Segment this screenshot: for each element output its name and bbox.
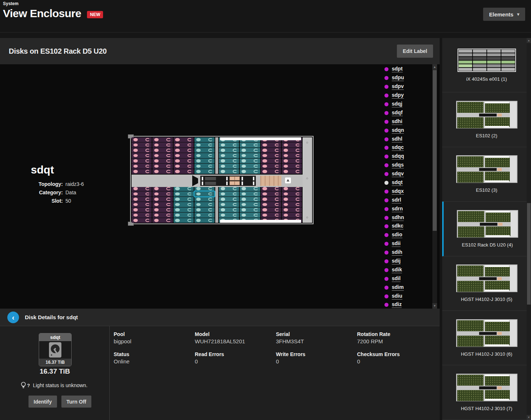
disk-name-link[interactable]: sdik bbox=[392, 267, 402, 273]
disk-slot[interactable] bbox=[174, 148, 194, 153]
selected-disk-slot[interactable] bbox=[194, 191, 215, 196]
disk-slot[interactable] bbox=[132, 153, 152, 158]
disk-slot[interactable] bbox=[240, 197, 260, 202]
disk-slot[interactable] bbox=[240, 202, 260, 207]
disk-slot[interactable] bbox=[194, 197, 215, 202]
disk-name-link[interactable]: sdiz bbox=[392, 302, 402, 308]
disk-slot[interactable] bbox=[174, 197, 194, 202]
sidebar-item-6[interactable]: HGST H4102-J 3010 (6) bbox=[442, 311, 531, 365]
disk-slot[interactable] bbox=[174, 191, 194, 196]
disk-list-item[interactable]: sdhn bbox=[384, 213, 428, 222]
disk-slot[interactable] bbox=[261, 153, 281, 158]
disk-slot[interactable] bbox=[132, 202, 152, 207]
disk-slot[interactable] bbox=[152, 218, 172, 223]
disk-slot[interactable] bbox=[219, 186, 239, 191]
disk-list-item[interactable]: sdij bbox=[384, 257, 428, 266]
disk-name-link[interactable]: sdpv bbox=[392, 84, 404, 90]
disk-name-link[interactable]: sdqc bbox=[392, 145, 404, 151]
viewport-scrollbar[interactable]: ▲ ▼ bbox=[432, 64, 437, 309]
disk-name-link[interactable]: sdqf bbox=[392, 110, 403, 116]
disk-slot[interactable] bbox=[174, 218, 194, 223]
disk-slot[interactable] bbox=[132, 169, 152, 174]
disk-slot[interactable] bbox=[152, 142, 172, 147]
disk-slot[interactable] bbox=[152, 148, 172, 153]
disk-slot[interactable] bbox=[174, 159, 194, 163]
disk-slot[interactable] bbox=[282, 169, 302, 174]
scroll-down-icon[interactable]: ▼ bbox=[527, 415, 531, 420]
disk-list-item[interactable]: sdqf bbox=[384, 108, 428, 117]
disk-list-item[interactable]: sdqt bbox=[384, 179, 428, 187]
disk-slot[interactable] bbox=[240, 169, 260, 174]
disk-slot[interactable] bbox=[219, 213, 239, 217]
scrollbar-thumb[interactable] bbox=[433, 70, 437, 231]
disk-slot[interactable] bbox=[194, 164, 215, 168]
disk-slot[interactable] bbox=[174, 202, 194, 207]
disk-slot[interactable] bbox=[219, 207, 239, 212]
disk-slot[interactable] bbox=[132, 213, 152, 217]
disk-list-item[interactable]: sdiu bbox=[384, 292, 428, 301]
disk-name-link[interactable]: sdqv bbox=[392, 171, 404, 177]
disk-slot[interactable] bbox=[240, 213, 260, 217]
disk-name-link[interactable]: sdhn bbox=[392, 215, 404, 221]
disk-slot[interactable] bbox=[261, 159, 281, 163]
disk-slot[interactable] bbox=[219, 142, 239, 147]
disk-slot[interactable] bbox=[132, 164, 152, 168]
disk-slot[interactable] bbox=[132, 148, 152, 153]
disk-slot[interactable] bbox=[132, 142, 152, 147]
disk-list-item[interactable]: sdqc bbox=[384, 144, 428, 152]
enclosure-top-view[interactable] bbox=[130, 136, 314, 224]
disk-name-link[interactable]: sdqs bbox=[392, 162, 404, 168]
disk-slot[interactable] bbox=[194, 169, 215, 174]
disk-name-link[interactable]: sdhi bbox=[392, 119, 402, 125]
disk-list-item[interactable]: sdim bbox=[384, 283, 428, 292]
disk-slot[interactable] bbox=[174, 153, 194, 158]
disk-slot[interactable] bbox=[132, 186, 152, 191]
disk-name-link[interactable]: sdil bbox=[392, 276, 401, 282]
disk-slot[interactable] bbox=[132, 191, 152, 196]
disk-slot[interactable] bbox=[174, 164, 194, 168]
disk-slot[interactable] bbox=[261, 148, 281, 153]
disk-slot[interactable] bbox=[240, 153, 260, 158]
disk-slot[interactable] bbox=[282, 191, 302, 196]
disk-slot[interactable] bbox=[174, 213, 194, 217]
disk-list-item[interactable]: sdiz bbox=[384, 301, 428, 308]
disk-slot[interactable] bbox=[261, 213, 281, 217]
disk-name-link[interactable]: sdpy bbox=[392, 92, 404, 99]
disk-slot[interactable] bbox=[194, 153, 215, 158]
disk-slot[interactable] bbox=[282, 148, 302, 153]
disk-name-link[interactable]: sdqj bbox=[392, 101, 402, 107]
disk-slot[interactable] bbox=[219, 202, 239, 207]
disk-list-item[interactable]: sdrl bbox=[384, 196, 428, 205]
disk-list-item[interactable]: sdpy bbox=[384, 91, 428, 100]
disk-slot[interactable] bbox=[174, 142, 194, 147]
disk-slot[interactable] bbox=[282, 186, 302, 191]
disk-slot[interactable] bbox=[240, 142, 260, 147]
disk-slot[interactable] bbox=[152, 137, 172, 142]
disk-slot[interactable] bbox=[240, 191, 260, 196]
disk-name-link[interactable]: sdpt bbox=[392, 66, 403, 72]
disk-list-item[interactable]: sdrn bbox=[384, 205, 428, 213]
disk-slot[interactable] bbox=[240, 148, 260, 153]
disk-slot[interactable] bbox=[194, 186, 215, 191]
scroll-up-icon[interactable]: ▲ bbox=[432, 64, 437, 70]
disk-name-link[interactable]: sdrl bbox=[392, 197, 401, 203]
disk-name-link[interactable]: sdpu bbox=[392, 75, 404, 81]
sidebar-item-7[interactable]: HGST H4102-J 3010 (7) bbox=[442, 365, 531, 420]
disk-slot[interactable] bbox=[261, 197, 281, 202]
disk-slot[interactable] bbox=[174, 207, 194, 212]
disk-name-link[interactable]: sdkc bbox=[392, 223, 403, 229]
disk-name-link[interactable]: sdrn bbox=[392, 206, 403, 212]
disk-slot[interactable] bbox=[219, 191, 239, 196]
disk-name-link[interactable]: sdqq bbox=[392, 153, 404, 160]
disk-list-item[interactable]: sdio bbox=[384, 231, 428, 240]
disk-list-item[interactable]: sdqq bbox=[384, 152, 428, 161]
disk-slot[interactable] bbox=[194, 142, 215, 147]
disk-slot[interactable] bbox=[240, 159, 260, 163]
disk-slot[interactable] bbox=[261, 169, 281, 174]
disk-slot[interactable] bbox=[194, 207, 215, 212]
disk-list-item[interactable]: sdqj bbox=[384, 100, 428, 109]
disk-slot[interactable] bbox=[152, 169, 172, 174]
sidebar-item-1[interactable]: iX 4024Ss e001 (1) bbox=[442, 38, 531, 92]
disk-name-link[interactable]: sdim bbox=[392, 285, 404, 291]
disk-list-item[interactable]: sdil bbox=[384, 274, 428, 283]
